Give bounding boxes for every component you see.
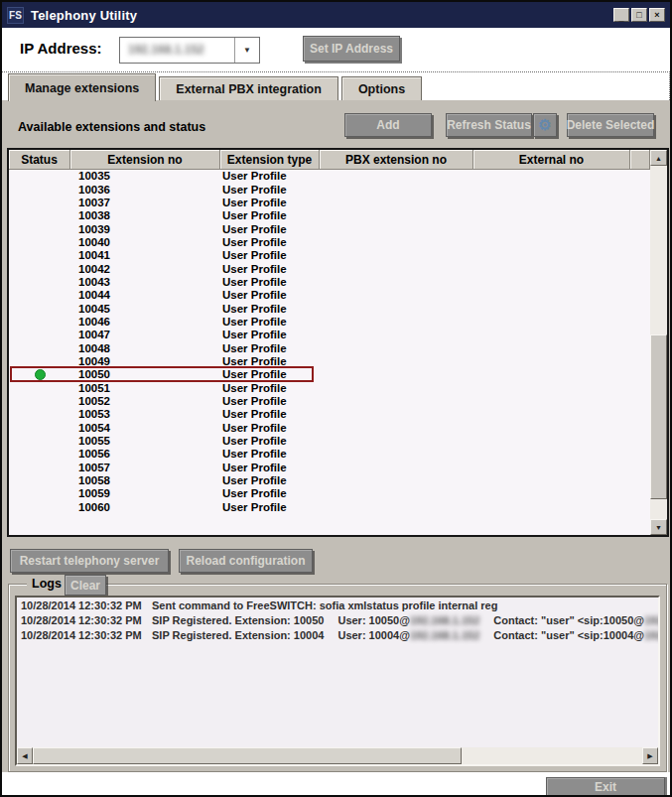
telephony-utility-window: FS Telephony Utility _ □ × IP Address: 1… [0, 0, 672, 797]
extension-type-cell: User Profile [220, 487, 320, 500]
table-row[interactable]: 10042User Profile [9, 262, 650, 275]
tab-strip: Manage extensionsExternal PBX integratio… [8, 74, 425, 101]
extension-type-cell: User Profile [220, 368, 320, 381]
table-row[interactable]: 10038User Profile [9, 209, 650, 222]
extension-no-cell: 10052 [70, 395, 220, 408]
extension-type-cell: User Profile [220, 422, 320, 435]
extension-type-cell: User Profile [220, 316, 320, 329]
table-row[interactable]: 10060User Profile [9, 501, 650, 514]
table-row[interactable]: 10055User Profile [9, 435, 650, 448]
horizontal-scrollbar-thumb[interactable] [33, 747, 462, 764]
log-redacted-ip: 192.168.1.152 [410, 629, 479, 642]
maximize-button[interactable]: □ [631, 8, 647, 22]
extension-type-cell: User Profile [220, 448, 320, 461]
table-row[interactable]: 10048User Profile [9, 341, 650, 354]
refresh-status-button[interactable]: Refresh Status [446, 113, 532, 137]
log-message: SIP Registered. Extension: 10050 [152, 614, 324, 627]
extension-type-cell: User Profile [220, 236, 320, 249]
extension-type-cell: User Profile [220, 395, 320, 408]
extension-no-cell: 10057 [70, 462, 220, 474]
extension-type-cell: User Profile [220, 474, 320, 487]
registered-status-dot [35, 369, 46, 380]
log-entry: 10/28/2014 12:30:32 PMSIP Registered. Ex… [17, 614, 658, 627]
extension-no-cell: 10053 [70, 408, 220, 421]
extension-type-cell: User Profile [220, 184, 320, 197]
table-row[interactable]: 10050User Profile [9, 368, 650, 381]
table-row[interactable]: 10046User Profile [9, 316, 650, 329]
restart-telephony-server-button[interactable]: Restart telephony server [10, 549, 169, 573]
vertical-scrollbar[interactable]: ▲ ▼ [650, 150, 667, 535]
reload-configuration-button[interactable]: Reload configuration [179, 549, 313, 573]
extension-type-cell: User Profile [220, 263, 320, 276]
table-row[interactable]: 10047User Profile [9, 329, 650, 341]
extension-no-cell: 10047 [70, 329, 220, 341]
close-button[interactable]: × [649, 8, 665, 22]
ip-address-combobox[interactable]: 192.168.1.152 ▼ [119, 37, 260, 64]
scroll-right-icon[interactable]: ▶ [642, 747, 658, 764]
column-header-pbx-extension-no[interactable]: PBX extension no [320, 150, 473, 170]
manage-extensions-page: Available extensions and status Add Refr… [2, 100, 670, 772]
tab-options[interactable]: Options [341, 76, 422, 101]
table-header-row: StatusExtension noExtension typePBX exte… [9, 150, 650, 170]
column-header-status[interactable]: Status [9, 150, 70, 170]
minimize-button[interactable]: _ [613, 8, 629, 22]
extension-no-cell: 10045 [70, 303, 220, 316]
extension-type-cell: User Profile [220, 462, 320, 474]
chevron-down-icon[interactable]: ▼ [234, 38, 259, 63]
log-message: Sent command to FreeSWITCH: sofia xmlsta… [152, 599, 497, 612]
scroll-up-icon[interactable]: ▲ [650, 150, 667, 166]
freeswitch-app-icon: FS [7, 7, 24, 24]
extension-type-cell: User Profile [220, 276, 320, 289]
extension-no-cell: 10049 [70, 355, 220, 368]
extension-no-cell: 10056 [70, 448, 220, 461]
clear-logs-button[interactable]: Clear [65, 575, 106, 596]
log-entry: 10/28/2014 12:30:32 PMSIP Registered. Ex… [17, 629, 658, 642]
column-header-extension-type[interactable]: Extension type [220, 150, 320, 170]
table-row[interactable]: 10053User Profile [9, 408, 650, 421]
vertical-scrollbar-thumb[interactable] [650, 334, 667, 499]
column-header-external-no[interactable]: External no [473, 150, 630, 170]
extension-no-cell: 10046 [70, 316, 220, 329]
table-row[interactable]: 10051User Profile [9, 382, 650, 395]
table-row[interactable]: 10056User Profile [9, 448, 650, 461]
scroll-left-icon[interactable]: ◀ [17, 747, 33, 764]
extensions-table: StatusExtension noExtension typePBX exte… [7, 148, 669, 537]
table-row[interactable]: 10036User Profile [9, 183, 650, 196]
log-redacted-ip: 192.168.1.152 [410, 614, 479, 627]
table-row[interactable]: 10041User Profile [9, 249, 650, 262]
extension-no-cell: 10040 [70, 236, 220, 249]
set-ip-address-button[interactable]: Set IP Address [303, 36, 400, 62]
table-row[interactable]: 10058User Profile [9, 474, 650, 487]
column-header-extension-no[interactable]: Extension no [70, 150, 220, 170]
scroll-down-icon[interactable]: ▼ [650, 519, 667, 535]
extension-type-cell: User Profile [220, 249, 320, 262]
table-row[interactable]: 10037User Profile [9, 197, 650, 209]
extension-no-cell: 10044 [70, 289, 220, 302]
table-row[interactable]: 10054User Profile [9, 422, 650, 435]
horizontal-scrollbar[interactable]: ◀ ▶ [17, 747, 658, 764]
table-row[interactable]: 10044User Profile [9, 289, 650, 302]
table-row[interactable]: 10057User Profile [9, 462, 650, 474]
delete-selected-button[interactable]: Delete Selected [567, 113, 654, 137]
log-message: User: 10050@ [337, 614, 410, 627]
extension-no-cell: 10037 [70, 197, 220, 209]
extension-type-cell: User Profile [220, 170, 320, 183]
title-bar: FS Telephony Utility _ □ × [2, 2, 670, 28]
table-row[interactable]: 10043User Profile [9, 276, 650, 289]
add-button[interactable]: Add [344, 113, 432, 137]
gear-icon[interactable]: ⚙ [533, 113, 557, 137]
extension-no-cell: 10038 [70, 209, 220, 222]
exit-button[interactable]: Exit [546, 777, 665, 796]
extension-type-cell: User Profile [220, 197, 320, 209]
table-row[interactable]: 10045User Profile [9, 302, 650, 315]
tab-manage-extensions[interactable]: Manage extensions [8, 73, 156, 101]
table-row[interactable]: 10039User Profile [9, 222, 650, 235]
tab-external-pbx-integration[interactable]: External PBX integration [159, 76, 338, 101]
table-row[interactable]: 10049User Profile [9, 355, 650, 368]
table-row[interactable]: 10035User Profile [9, 170, 650, 183]
logs-list[interactable]: 10/28/2014 12:30:32 PMSent command to Fr… [15, 596, 660, 766]
table-row[interactable]: 10040User Profile [9, 236, 650, 249]
log-message: Contact: "user" <sip:10004@ [493, 629, 644, 642]
table-row[interactable]: 10052User Profile [9, 395, 650, 408]
table-row[interactable]: 10059User Profile [9, 487, 650, 500]
